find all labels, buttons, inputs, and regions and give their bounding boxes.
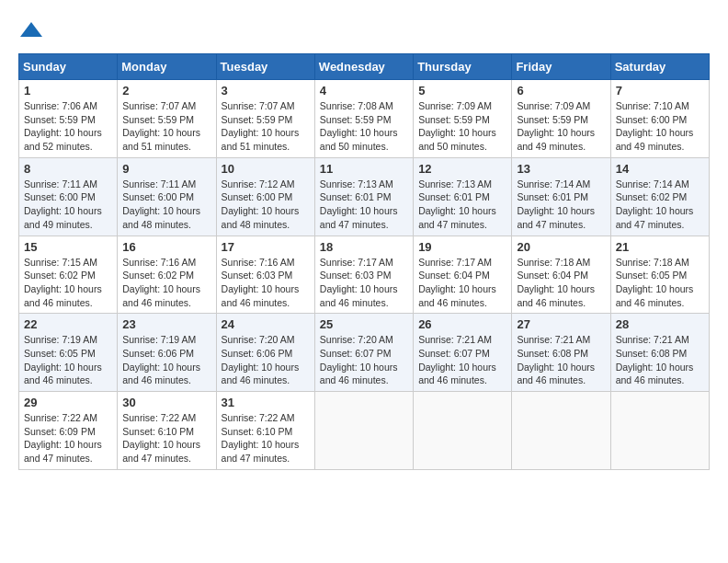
calendar-week-row: 29 Sunrise: 7:22 AMSunset: 6:09 PMDaylig…: [19, 392, 710, 470]
day-info: Sunrise: 7:20 AMSunset: 6:07 PMDaylight:…: [320, 333, 408, 387]
calendar-cell: 12 Sunrise: 7:13 AMSunset: 6:01 PMDaylig…: [414, 157, 512, 236]
day-info: Sunrise: 7:22 AMSunset: 6:10 PMDaylight:…: [122, 411, 210, 465]
calendar-week-row: 22 Sunrise: 7:19 AMSunset: 6:05 PMDaylig…: [19, 314, 710, 392]
day-info: Sunrise: 7:07 AMSunset: 5:59 PMDaylight:…: [222, 99, 310, 154]
day-number: 3: [222, 84, 310, 98]
day-number: 13: [517, 162, 605, 176]
day-number: 10: [222, 162, 310, 176]
day-info: Sunrise: 7:14 AMSunset: 6:02 PMDaylight:…: [616, 178, 704, 232]
calendar-week-row: 1 Sunrise: 7:06 AMSunset: 5:59 PMDayligh…: [19, 80, 710, 158]
calendar-cell: 27 Sunrise: 7:21 AMSunset: 6:08 PMDaylig…: [512, 314, 610, 392]
day-number: 29: [24, 396, 112, 409]
day-number: 2: [122, 84, 210, 98]
calendar-cell: 2 Sunrise: 7:07 AMSunset: 5:59 PMDayligh…: [118, 80, 216, 158]
day-info: Sunrise: 7:07 AMSunset: 5:59 PMDaylight:…: [122, 99, 210, 154]
calendar-cell: 20 Sunrise: 7:18 AMSunset: 6:04 PMDaylig…: [512, 236, 610, 314]
calendar-cell: 25 Sunrise: 7:20 AMSunset: 6:07 PMDaylig…: [314, 314, 413, 392]
day-info: Sunrise: 7:11 AMSunset: 6:00 PMDaylight:…: [122, 178, 210, 232]
day-number: 4: [320, 84, 408, 98]
day-number: 18: [320, 240, 408, 254]
calendar-cell: 10 Sunrise: 7:12 AMSunset: 6:00 PMDaylig…: [216, 157, 314, 236]
weekday-header: Tuesday: [216, 54, 314, 80]
day-info: Sunrise: 7:12 AMSunset: 6:00 PMDaylight:…: [222, 178, 310, 232]
day-number: 27: [517, 317, 605, 331]
calendar-cell: [414, 392, 512, 470]
calendar-cell: 14 Sunrise: 7:14 AMSunset: 6:02 PMDaylig…: [610, 157, 709, 236]
day-number: 25: [320, 317, 408, 331]
day-number: 8: [24, 162, 112, 176]
day-info: Sunrise: 7:18 AMSunset: 6:04 PMDaylight:…: [517, 256, 605, 310]
calendar: SundayMondayTuesdayWednesdayThursdayFrid…: [18, 53, 710, 470]
day-info: Sunrise: 7:22 AMSunset: 6:10 PMDaylight:…: [222, 411, 310, 465]
calendar-cell: 11 Sunrise: 7:13 AMSunset: 6:01 PMDaylig…: [314, 157, 413, 236]
calendar-cell: 23 Sunrise: 7:19 AMSunset: 6:06 PMDaylig…: [118, 314, 216, 392]
calendar-cell: 17 Sunrise: 7:16 AMSunset: 6:03 PMDaylig…: [216, 236, 314, 314]
day-info: Sunrise: 7:13 AMSunset: 6:01 PMDaylight:…: [418, 178, 506, 232]
calendar-header: SundayMondayTuesdayWednesdayThursdayFrid…: [19, 54, 710, 80]
day-number: 12: [418, 162, 506, 176]
day-number: 26: [418, 317, 506, 331]
day-number: 23: [122, 317, 210, 331]
day-number: 21: [616, 240, 704, 254]
day-info: Sunrise: 7:19 AMSunset: 6:05 PMDaylight:…: [24, 333, 112, 387]
day-info: Sunrise: 7:21 AMSunset: 6:08 PMDaylight:…: [517, 333, 605, 387]
day-info: Sunrise: 7:17 AMSunset: 6:03 PMDaylight:…: [320, 256, 408, 310]
calendar-cell: 31 Sunrise: 7:22 AMSunset: 6:10 PMDaylig…: [216, 392, 314, 470]
calendar-cell: 4 Sunrise: 7:08 AMSunset: 5:59 PMDayligh…: [314, 80, 413, 158]
day-number: 17: [222, 240, 310, 254]
calendar-cell: 26 Sunrise: 7:21 AMSunset: 6:07 PMDaylig…: [414, 314, 512, 392]
calendar-body: 1 Sunrise: 7:06 AMSunset: 5:59 PMDayligh…: [19, 80, 710, 470]
calendar-week-row: 8 Sunrise: 7:11 AMSunset: 6:00 PMDayligh…: [19, 157, 710, 236]
day-info: Sunrise: 7:13 AMSunset: 6:01 PMDaylight:…: [320, 178, 408, 232]
day-number: 5: [418, 84, 506, 98]
logo: [18, 18, 48, 44]
calendar-cell: 5 Sunrise: 7:09 AMSunset: 5:59 PMDayligh…: [414, 80, 512, 158]
day-number: 24: [222, 317, 310, 331]
calendar-cell: 8 Sunrise: 7:11 AMSunset: 6:00 PMDayligh…: [19, 157, 118, 236]
calendar-cell: 15 Sunrise: 7:15 AMSunset: 6:02 PMDaylig…: [19, 236, 118, 314]
calendar-cell: 22 Sunrise: 7:19 AMSunset: 6:05 PMDaylig…: [19, 314, 118, 392]
calendar-cell: 7 Sunrise: 7:10 AMSunset: 6:00 PMDayligh…: [610, 80, 709, 158]
svg-marker-0: [20, 22, 42, 37]
calendar-cell: [610, 392, 709, 470]
day-number: 9: [122, 162, 210, 176]
day-info: Sunrise: 7:18 AMSunset: 6:05 PMDaylight:…: [616, 256, 704, 310]
day-info: Sunrise: 7:16 AMSunset: 6:02 PMDaylight:…: [122, 256, 210, 310]
day-number: 31: [222, 396, 310, 409]
weekday-header: Thursday: [414, 54, 512, 80]
calendar-cell: 13 Sunrise: 7:14 AMSunset: 6:01 PMDaylig…: [512, 157, 610, 236]
day-info: Sunrise: 7:10 AMSunset: 6:00 PMDaylight:…: [616, 99, 704, 154]
calendar-cell: 18 Sunrise: 7:17 AMSunset: 6:03 PMDaylig…: [314, 236, 413, 314]
calendar-week-row: 15 Sunrise: 7:15 AMSunset: 6:02 PMDaylig…: [19, 236, 710, 314]
calendar-cell: 1 Sunrise: 7:06 AMSunset: 5:59 PMDayligh…: [19, 80, 118, 158]
calendar-cell: 3 Sunrise: 7:07 AMSunset: 5:59 PMDayligh…: [216, 80, 314, 158]
logo-icon: [18, 18, 44, 44]
day-number: 6: [517, 84, 605, 98]
calendar-cell: 9 Sunrise: 7:11 AMSunset: 6:00 PMDayligh…: [118, 157, 216, 236]
weekday-row: SundayMondayTuesdayWednesdayThursdayFrid…: [19, 54, 710, 80]
calendar-cell: 29 Sunrise: 7:22 AMSunset: 6:09 PMDaylig…: [19, 392, 118, 470]
day-info: Sunrise: 7:21 AMSunset: 6:07 PMDaylight:…: [418, 333, 506, 387]
calendar-cell: 21 Sunrise: 7:18 AMSunset: 6:05 PMDaylig…: [610, 236, 709, 314]
calendar-cell: [512, 392, 610, 470]
calendar-cell: 16 Sunrise: 7:16 AMSunset: 6:02 PMDaylig…: [118, 236, 216, 314]
page-header: [18, 18, 710, 44]
day-info: Sunrise: 7:17 AMSunset: 6:04 PMDaylight:…: [418, 256, 506, 310]
calendar-cell: [314, 392, 413, 470]
day-number: 14: [616, 162, 704, 176]
calendar-cell: 24 Sunrise: 7:20 AMSunset: 6:06 PMDaylig…: [216, 314, 314, 392]
day-number: 15: [24, 240, 112, 254]
day-info: Sunrise: 7:11 AMSunset: 6:00 PMDaylight:…: [24, 178, 112, 232]
day-number: 28: [616, 317, 704, 331]
day-number: 22: [24, 317, 112, 331]
weekday-header: Friday: [512, 54, 610, 80]
day-info: Sunrise: 7:06 AMSunset: 5:59 PMDaylight:…: [24, 99, 112, 154]
day-number: 30: [122, 396, 210, 409]
weekday-header: Wednesday: [314, 54, 413, 80]
day-number: 11: [320, 162, 408, 176]
day-info: Sunrise: 7:19 AMSunset: 6:06 PMDaylight:…: [122, 333, 210, 387]
weekday-header: Saturday: [610, 54, 709, 80]
day-info: Sunrise: 7:14 AMSunset: 6:01 PMDaylight:…: [517, 178, 605, 232]
weekday-header: Sunday: [19, 54, 118, 80]
day-number: 20: [517, 240, 605, 254]
